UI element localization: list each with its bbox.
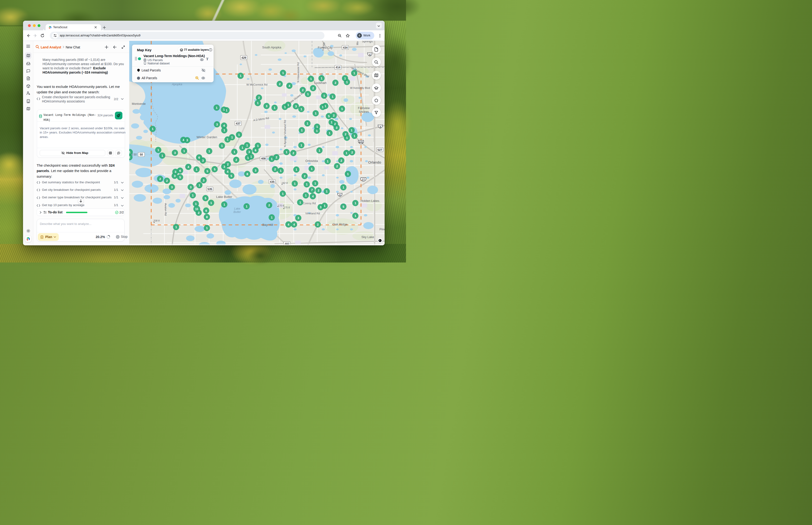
svg-text:2: 2 — [304, 174, 305, 178]
svg-text:1: 1 — [210, 201, 212, 205]
svg-text:1: 1 — [306, 183, 307, 186]
svg-text:3: 3 — [336, 126, 337, 130]
svg-text:4: 4 — [380, 125, 381, 128]
svg-text:3: 3 — [223, 165, 225, 168]
svg-text:1: 1 — [346, 151, 347, 155]
svg-text:3: 3 — [174, 170, 176, 174]
svg-text:1: 1 — [175, 225, 177, 229]
svg-text:1: 1 — [161, 154, 163, 158]
svg-text:1: 1 — [346, 80, 348, 84]
svg-text:6: 6 — [205, 209, 207, 212]
svg-text:1: 1 — [129, 150, 131, 154]
svg-text:1: 1 — [208, 149, 210, 153]
svg-text:1: 1 — [354, 214, 356, 217]
svg-text:1: 1 — [342, 186, 344, 189]
svg-text:1: 1 — [322, 105, 323, 109]
svg-text:Lake Butler: Lake Butler — [216, 195, 232, 198]
svg-text:3: 3 — [248, 150, 250, 154]
svg-text:1: 1 — [240, 74, 241, 77]
svg-text:1: 1 — [196, 168, 197, 171]
svg-text:1: 1 — [274, 106, 275, 109]
svg-text:1: 1 — [192, 194, 193, 197]
svg-text:441: 441 — [359, 141, 363, 144]
svg-text:2: 2 — [336, 165, 338, 168]
svg-text:1: 1 — [315, 111, 316, 115]
svg-text:1: 1 — [238, 133, 240, 137]
svg-text:1: 1 — [271, 216, 272, 219]
svg-text:2: 2 — [340, 159, 342, 162]
svg-text:1: 1 — [307, 92, 308, 96]
svg-text:1: 1 — [332, 95, 333, 99]
svg-text:2: 2 — [159, 177, 161, 181]
svg-text:Montverde: Montverde — [132, 102, 145, 106]
svg-text:3: 3 — [216, 123, 218, 126]
svg-text:1: 1 — [183, 149, 185, 153]
svg-text:1: 1 — [347, 172, 349, 176]
svg-text:Springs: Springs — [362, 41, 373, 43]
svg-text:3: 3 — [265, 104, 267, 108]
svg-text:4: 4 — [339, 194, 340, 196]
svg-text:182 ft: 182 ft — [281, 182, 288, 184]
svg-text:1: 1 — [246, 205, 247, 208]
svg-text:6: 6 — [255, 149, 256, 152]
svg-text:2: 2 — [318, 189, 319, 192]
svg-text:1: 1 — [223, 203, 225, 206]
svg-text:1: 1 — [353, 134, 355, 138]
svg-text:1: 1 — [316, 125, 318, 129]
svg-text:1: 1 — [280, 169, 281, 172]
svg-text:1: 1 — [206, 226, 208, 230]
svg-text:2: 2 — [334, 122, 336, 126]
svg-text:2: 2 — [235, 158, 237, 162]
svg-text:5: 5 — [342, 205, 344, 208]
svg-text:1: 1 — [271, 157, 272, 161]
svg-text:1: 1 — [344, 77, 346, 80]
svg-text:1: 1 — [247, 156, 249, 160]
svg-text:429: 429 — [241, 56, 246, 59]
svg-text:1: 1 — [318, 149, 320, 152]
svg-text:Mo: Mo — [356, 41, 358, 45]
svg-text:4: 4 — [182, 138, 184, 142]
svg-text:2: 2 — [317, 223, 318, 226]
svg-text:1: 1 — [326, 160, 328, 163]
svg-text:3: 3 — [189, 185, 191, 189]
svg-text:1: 1 — [233, 150, 235, 154]
svg-text:408: 408 — [261, 157, 265, 160]
svg-text:4: 4 — [293, 223, 295, 226]
svg-text:Lake: Lake — [234, 207, 240, 210]
svg-text:1: 1 — [198, 183, 200, 187]
svg-text:1: 1 — [246, 144, 248, 147]
svg-text:1: 1 — [250, 155, 251, 159]
svg-text:1: 1 — [353, 72, 355, 75]
svg-text:Pine: Pine — [379, 227, 384, 231]
svg-text:Conroy Rd: Conroy Rd — [303, 202, 316, 205]
svg-text:4: 4 — [369, 53, 370, 56]
svg-text:3: 3 — [255, 169, 256, 172]
svg-text:4: 4 — [223, 124, 225, 127]
svg-text:2: 2 — [333, 114, 334, 117]
svg-text:437: 437 — [236, 122, 240, 125]
svg-text:1: 1 — [331, 121, 332, 124]
svg-text:4: 4 — [312, 195, 314, 198]
svg-text:1: 1 — [314, 182, 316, 185]
svg-text:Butler: Butler — [233, 210, 241, 214]
svg-text:8: 8 — [246, 172, 248, 176]
svg-text:1: 1 — [284, 105, 286, 109]
svg-text:Orlovista: Orlovista — [305, 159, 318, 163]
svg-text:Avalon Rd: Avalon Rd — [164, 203, 167, 216]
svg-text:175 ft: 175 ft — [284, 206, 290, 209]
svg-text:Shores: Shores — [359, 110, 369, 114]
svg-text:1: 1 — [316, 129, 318, 133]
svg-text:1: 1 — [157, 148, 159, 152]
svg-text:2: 2 — [258, 96, 260, 100]
svg-text:1: 1 — [221, 144, 223, 148]
svg-text:3: 3 — [186, 138, 188, 142]
svg-text:50: 50 — [140, 153, 143, 156]
svg-text:Forest City: Forest City — [318, 46, 333, 49]
svg-text:N Hiawassee Rd: N Hiawassee Rd — [296, 62, 299, 82]
svg-text:1: 1 — [301, 129, 302, 132]
svg-text:1: 1 — [351, 129, 352, 132]
svg-text:1: 1 — [227, 138, 228, 141]
svg-text:5: 5 — [206, 169, 208, 173]
svg-text:1: 1 — [257, 144, 258, 148]
svg-text:1: 1 — [257, 101, 258, 105]
